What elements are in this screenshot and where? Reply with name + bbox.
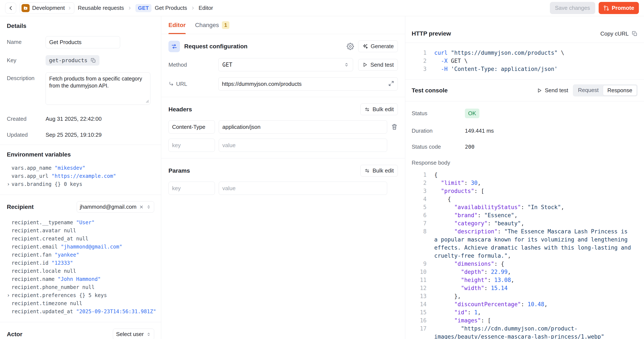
delete-header-icon[interactable] <box>391 124 398 130</box>
code-line: 16 "images": [ <box>415 316 634 324</box>
code-line: 3 -H 'Content-Type: application/json' <box>415 65 634 73</box>
recipient-variable-row: recipient.timezone null <box>7 300 154 308</box>
promote-icon <box>603 5 609 11</box>
code-content: curl "https://dummyjson.com/products" \ <box>434 49 634 57</box>
variable-value: "yankee" <box>54 252 79 258</box>
code-line: 4 { <box>415 195 634 203</box>
recipient-variable-row: recipient.email "jhammond@gmail.com" <box>7 243 154 251</box>
copy-icon[interactable] <box>90 58 96 63</box>
code-content: "products": [ <box>434 187 634 195</box>
variable-value: null <box>82 284 94 290</box>
new-header-value-field[interactable] <box>219 138 387 152</box>
recipient-select[interactable]: jhammond@gmail.com <box>77 201 154 212</box>
save-changes-button[interactable]: Save changes <box>550 2 595 14</box>
request-tab[interactable]: Request <box>574 85 603 96</box>
variable-value: null <box>64 268 76 274</box>
response-body-label: Response body <box>412 160 465 166</box>
console-send-test-button[interactable]: Send test <box>537 87 568 94</box>
line-number: 3 <box>415 187 426 195</box>
variable-value: "12333" <box>52 260 73 266</box>
code-line: 6 "brand": "Essence", <box>415 211 634 219</box>
duration-value: 149.441 ms <box>465 128 494 134</box>
back-button[interactable] <box>5 2 16 14</box>
clear-icon[interactable] <box>139 205 144 209</box>
variable-key: recipient.updated_at <box>12 308 76 314</box>
variable-key: recipient.id <box>12 260 52 266</box>
project-switcher[interactable]: Development <box>20 2 74 14</box>
line-number: 17 <box>415 324 426 339</box>
line-number: 13 <box>415 292 426 300</box>
breadcrumb-reusable-requests[interactable]: Reusable requests <box>78 5 124 11</box>
line-number: 10 <box>415 268 426 276</box>
recipient-variable-row: recipient.locale null <box>7 267 154 275</box>
tab-changes[interactable]: Changes 1 <box>195 16 229 34</box>
new-param-value-field[interactable] <box>219 182 387 195</box>
environment-variable-row: ›vars.branding {} 0 keys <box>7 180 154 188</box>
tab-editor[interactable]: Editor <box>168 16 186 34</box>
line-number: 8 <box>415 228 426 260</box>
variable-value: null <box>70 300 82 306</box>
params-bulk-edit-button[interactable]: Bulk edit <box>360 165 398 176</box>
chevron-up-down-icon <box>146 332 151 337</box>
url-field[interactable] <box>218 77 398 90</box>
breadcrumb-editor: Editor <box>199 5 213 11</box>
code-content: "description": "The Essence Mascara Lash… <box>434 228 634 260</box>
generate-button[interactable]: Generate <box>358 40 398 52</box>
response-tab[interactable]: Response <box>603 85 637 96</box>
resize-handle-icon[interactable] <box>145 98 149 104</box>
method-select[interactable]: GET <box>218 58 353 71</box>
breadcrumb-request-name[interactable]: Get Products <box>155 5 187 11</box>
details-section: Details Name Key get-products Descriptio… <box>0 16 161 145</box>
code-line: 11 "height": 13.08, <box>415 276 634 284</box>
new-param-key-field[interactable] <box>168 182 215 195</box>
expand-icon[interactable] <box>388 80 394 88</box>
recipient-variable-row: recipient.fan "yankee" <box>7 251 154 259</box>
recipient-variable-row: recipient.phone_number null <box>7 283 154 291</box>
code-line: 1curl "https://dummyjson.com/products" \ <box>415 49 634 57</box>
description-field[interactable]: Fetch products from a specific category … <box>46 72 150 105</box>
environment-variables-list: vars.app_name "mikesdev"vars.app_url "ht… <box>7 164 154 188</box>
send-test-button[interactable]: Send test <box>358 59 398 71</box>
chevron-right-icon <box>127 6 132 10</box>
header-value-field[interactable] <box>219 120 387 134</box>
sparkles-icon <box>362 44 368 50</box>
environment-variables-section: Environment variables vars.app_name "mik… <box>0 145 161 195</box>
actor-select[interactable]: Select user <box>113 328 154 339</box>
code-line: 7 "category": "beauty", <box>415 219 634 228</box>
top-bar: Development Reusable requests GET Get Pr… <box>0 0 644 16</box>
expand-chevron-icon[interactable]: › <box>7 291 10 300</box>
variable-value: {} 0 keys <box>54 181 82 187</box>
header-key-field[interactable] <box>168 120 215 134</box>
promote-button[interactable]: Promote <box>599 2 639 14</box>
status-code-label: Status code <box>412 144 465 150</box>
http-preview-title: HTTP preview <box>412 30 451 37</box>
variable-value: "2025-09-23T14:56:31.981Z" <box>76 308 156 314</box>
code-content: "dimensions": { <box>434 260 634 268</box>
copy-curl-button[interactable]: Copy cURL <box>600 30 638 37</box>
environment-variable-row: vars.app_name "mikesdev" <box>7 164 154 172</box>
code-content: "height": 13.08, <box>434 276 634 284</box>
variable-key: vars.branding <box>12 181 54 187</box>
settings-gear-icon[interactable] <box>347 43 354 50</box>
play-icon <box>537 88 542 93</box>
play-icon <box>362 62 368 68</box>
name-field[interactable] <box>46 36 120 48</box>
headers-bulk-edit-button[interactable]: Bulk edit <box>360 104 398 115</box>
code-line: 17 "https://cdn.dummyjson.com/product-im… <box>415 324 634 339</box>
line-number: 16 <box>415 316 426 324</box>
line-number: 7 <box>415 219 426 228</box>
expand-chevron-icon[interactable]: › <box>7 180 10 188</box>
environment-variable-row: vars.app_url "https://example.com" <box>7 172 154 180</box>
recipient-section: Recipient jhammond@gmail.com recipient._… <box>0 195 161 322</box>
new-header-key-field[interactable] <box>168 138 215 152</box>
description-label: Description <box>7 72 46 82</box>
chevron-left-icon <box>8 5 14 11</box>
actor-section: Actor Select user <box>0 322 161 339</box>
editor-tab-bar: Editor Changes 1 <box>161 16 405 34</box>
headers-section: Headers Bulk edit <box>161 97 405 158</box>
variable-value: {} 5 keys <box>79 292 107 298</box>
variable-key: recipient.avatar <box>12 228 64 234</box>
code-content: "images": [ <box>434 316 634 324</box>
breadcrumb-method-badge: GET <box>136 4 152 12</box>
code-content: -X GET \ <box>434 57 634 65</box>
